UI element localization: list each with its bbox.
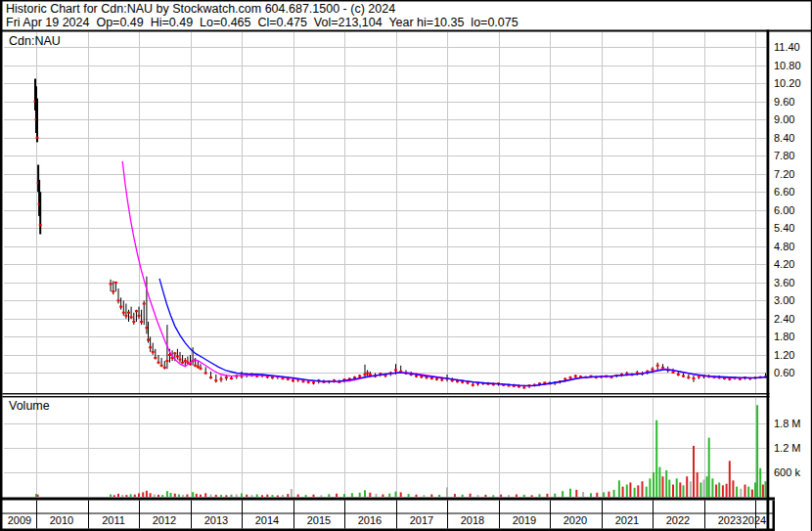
price-axis-label: 10.20 [774,78,801,89]
volume-axis-label: 1.8 M [774,419,801,429]
year-label: 2009 [0,515,41,526]
historic-chart-window: { "header": { "line1": "Historic Chart f… [0,0,812,531]
year-label: 2013 [195,515,238,526]
year-label: 2019 [503,515,546,526]
volume-axis-label: 1.2 M [774,443,801,454]
year-label: 2024 [733,515,776,526]
symbol-label: Cdn:NAU [9,35,61,48]
price-axis-label: 3.60 [774,278,794,288]
year-label: 2015 [297,515,340,526]
price-bars [34,79,768,389]
price-axis-label: 7.20 [774,169,794,180]
year-label: 2011 [92,515,135,526]
price-axis-label: 6.00 [774,205,794,216]
price-axis-label: 4.20 [774,259,794,270]
year-label: 2012 [143,515,186,526]
year-label: 2016 [348,515,391,526]
year-label: 2017 [400,515,443,526]
price-axis-label: 9.60 [774,97,794,108]
price-axis-label: 8.40 [774,133,794,144]
volume-bars [35,405,767,497]
price-axis-label: 3.00 [774,295,794,306]
gridlines [4,32,766,497]
price-axis-label: 4.80 [774,242,794,252]
chart-title: Historic Chart for Cdn:NAU by Stockwatch… [6,3,395,16]
price-axis-label: 9.00 [774,114,794,125]
ma-short-line [159,279,768,386]
price-axis-label: 5.40 [774,223,794,234]
year-label: 2010 [40,515,83,526]
year-label: 2022 [656,515,699,526]
ma-long-line [122,161,768,386]
year-label: 2014 [246,515,289,526]
price-axis-label: 0.60 [774,368,794,378]
year-label: 2020 [554,515,597,526]
price-axis-label: 11.40 [774,42,800,53]
volume-axis-label: 600 k [774,467,800,478]
year-label: 2021 [606,515,649,526]
stock-chart-canvas [0,0,812,531]
price-axis-label: 7.80 [774,151,794,161]
volume-panel-label: Volume [9,400,50,413]
price-axis-label: 1.80 [774,332,794,342]
price-axis-label: 6.60 [774,187,794,198]
price-axis-label: 10.80 [774,61,801,71]
year-label: 2018 [451,515,494,526]
price-axis-label: 1.20 [774,350,794,361]
quote-summary: Fri Apr 19 2024 Op=0.49 Hi=0.49 Lo=0.465… [6,17,519,29]
chart-frame [0,0,812,531]
price-axis-label: 2.40 [774,314,794,325]
